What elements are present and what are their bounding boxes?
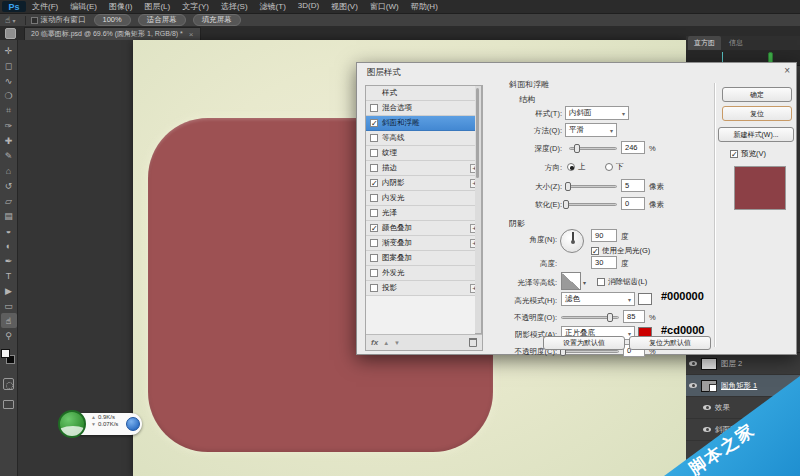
styles-list-scrollbar[interactable]	[475, 85, 482, 334]
tool-icon[interactable]: ✒	[1, 253, 17, 268]
tool-icon[interactable]: ∿	[1, 73, 17, 88]
depth-slider[interactable]	[569, 147, 617, 150]
tool-icon[interactable]: ◐	[1, 238, 17, 253]
tool-icon[interactable]: ⌂	[1, 163, 17, 178]
dialog-close-icon[interactable]: ×	[784, 65, 790, 76]
visibility-eye-icon[interactable]	[689, 383, 697, 388]
menu-item[interactable]: 文字(Y)	[182, 1, 209, 12]
style-checkbox[interactable]	[370, 134, 378, 142]
menu-item[interactable]: 3D(D)	[298, 1, 319, 12]
close-tab-icon[interactable]: ×	[189, 30, 194, 39]
tool-icon[interactable]: ✎	[1, 148, 17, 163]
style-checkbox[interactable]	[370, 164, 378, 172]
style-list-item[interactable]: 投影 +	[366, 281, 482, 296]
opacity2-slider[interactable]	[561, 350, 619, 353]
screen-mode-icon[interactable]	[3, 400, 14, 409]
menu-item[interactable]: 图像(I)	[109, 1, 133, 12]
fit-screen-button[interactable]: 适合屏幕	[138, 14, 186, 26]
tool-icon[interactable]: ◻	[1, 58, 17, 73]
style-list-item[interactable]: 图案叠加 +	[366, 251, 482, 266]
foreground-color-chip[interactable]	[1, 349, 10, 358]
menu-item[interactable]: 帮助(H)	[411, 1, 438, 12]
move-down-icon[interactable]: ▼	[394, 340, 400, 346]
new-style-button[interactable]: 新建样式(W)...	[718, 127, 794, 142]
style-list-item[interactable]: 渐变叠加 +	[366, 236, 482, 251]
opacity1-slider[interactable]	[561, 316, 619, 319]
tool-icon[interactable]: ▶	[1, 283, 17, 298]
tool-icon[interactable]: ◒	[1, 223, 17, 238]
tool-icon[interactable]: ▱	[1, 193, 17, 208]
zoom-100-button[interactable]: 100%	[94, 14, 131, 26]
anti-alias-checkbox[interactable]: 消除锯齿(L)	[597, 277, 647, 287]
style-list-item[interactable]: 斜面和浮雕 +	[366, 116, 482, 131]
style-checkbox[interactable]	[370, 209, 378, 217]
tool-icon[interactable]: ✛	[1, 43, 17, 58]
visibility-eye-icon[interactable]	[703, 427, 711, 432]
technique-select[interactable]: 平滑	[565, 123, 617, 137]
panel-toggle-icon[interactable]	[5, 28, 16, 39]
highlight-color-swatch[interactable]	[638, 293, 652, 305]
layer-thumbnail[interactable]	[701, 358, 717, 370]
soften-slider[interactable]	[565, 203, 617, 206]
move-up-icon[interactable]: ▲	[383, 340, 389, 346]
style-list-item[interactable]: 内阴影 +	[366, 176, 482, 191]
visibility-eye-icon[interactable]	[703, 405, 711, 410]
effects-label[interactable]: 效果	[715, 403, 730, 413]
panel-tab[interactable]: 信息	[723, 36, 749, 50]
tool-icon[interactable]: ☝	[1, 313, 17, 328]
tool-icon[interactable]: ❍	[1, 88, 17, 103]
reset-default-button[interactable]: 复位为默认值	[629, 336, 711, 350]
tool-icon[interactable]: ↺	[1, 178, 17, 193]
menu-item[interactable]: 文件(F)	[32, 1, 58, 12]
style-list-item[interactable]: 颜色叠加 +	[366, 221, 482, 236]
depth-input[interactable]: 246	[621, 141, 645, 154]
soften-input[interactable]: 0	[621, 197, 645, 210]
style-list-item[interactable]: 纹理 +	[366, 146, 482, 161]
tool-icon[interactable]: ▭	[1, 298, 17, 313]
fx-icon[interactable]: fx	[371, 338, 378, 347]
size-input[interactable]: 5	[621, 179, 645, 192]
layer-name[interactable]: 圆角矩形 1	[721, 381, 757, 391]
net-speed-widget[interactable]: ▲0.9K/s ▼0.07K/s	[58, 410, 142, 438]
tool-icon[interactable]: ▤	[1, 208, 17, 223]
opacity1-input[interactable]: 85	[623, 310, 645, 323]
trash-icon[interactable]	[469, 338, 477, 347]
altitude-input[interactable]: 30	[591, 256, 617, 269]
scroll-all-windows-checkbox[interactable]	[31, 17, 38, 24]
preview-checkbox[interactable]: 预览(V)	[730, 149, 766, 159]
tool-icon[interactable]: ⌗	[1, 103, 17, 118]
contour-caret-icon[interactable]: ▾	[583, 279, 586, 286]
style-list-item[interactable]: 光泽 +	[366, 206, 482, 221]
style-checkbox[interactable]	[370, 269, 378, 277]
style-checkbox[interactable]	[370, 194, 378, 202]
style-list-item[interactable]: 内发光 +	[366, 191, 482, 206]
style-list-item[interactable]: 外发光 +	[366, 266, 482, 281]
tool-icon[interactable]: ✑	[1, 118, 17, 133]
style-checkbox[interactable]	[370, 254, 378, 262]
direction-up-radio[interactable]: 上	[567, 162, 586, 172]
bevel-style-select[interactable]: 内斜面	[565, 106, 629, 120]
net-widget-blue-icon[interactable]	[126, 417, 140, 431]
ok-button[interactable]: 确定	[722, 87, 792, 102]
visibility-eye-icon[interactable]	[689, 361, 697, 366]
menu-item[interactable]: 窗口(W)	[370, 1, 399, 12]
style-checkbox[interactable]	[370, 149, 378, 157]
menu-item[interactable]: 滤镜(T)	[260, 1, 286, 12]
style-list-item[interactable]: 混合选项 +	[366, 101, 482, 116]
style-checkbox[interactable]	[370, 119, 378, 127]
reset-button[interactable]: 复位	[722, 106, 792, 121]
style-checkbox[interactable]	[370, 239, 378, 247]
style-checkbox[interactable]	[370, 179, 378, 187]
angle-dial[interactable]	[560, 229, 584, 253]
style-list-item[interactable]: 描边 +	[366, 161, 482, 176]
highlight-mode-select[interactable]: 滤色	[561, 292, 635, 306]
tool-icon[interactable]: ⚲	[1, 328, 17, 343]
net-widget-ball[interactable]	[58, 410, 86, 438]
menu-item[interactable]: 图层(L)	[144, 1, 170, 12]
style-checkbox[interactable]	[370, 284, 378, 292]
menu-item[interactable]: 视图(V)	[331, 1, 358, 12]
tool-icon[interactable]: ✚	[1, 133, 17, 148]
size-slider[interactable]	[565, 185, 617, 188]
menu-item[interactable]: 编辑(E)	[70, 1, 97, 12]
style-checkbox[interactable]	[370, 104, 378, 112]
